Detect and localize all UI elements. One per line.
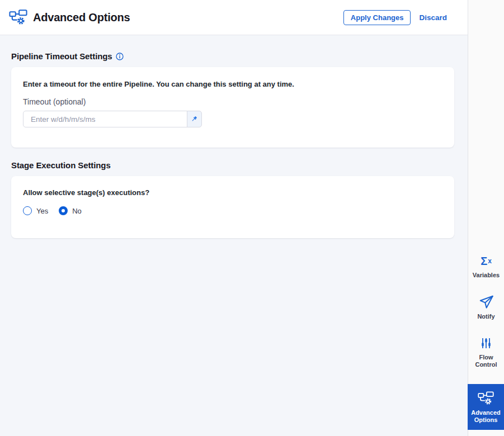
pin-button[interactable]	[187, 111, 202, 127]
toolbar-item-notify[interactable]: Notify	[468, 295, 504, 320]
stage-card: Allow selective stage(s) executions? Yes…	[11, 176, 454, 238]
toolbar-item-variables[interactable]: Σx Variables	[468, 254, 504, 279]
toolbar-item-label: Notify	[469, 313, 503, 320]
apply-changes-button[interactable]: Apply Changes	[343, 10, 411, 25]
main-panel: Advanced Options Apply Changes Discard P…	[0, 0, 468, 436]
stage-radio-row: Yes No	[23, 206, 443, 215]
page-title: Advanced Options	[33, 11, 130, 24]
pipeline-gear-icon	[9, 10, 27, 26]
toolbar-item-flow-control[interactable]: Flow Control	[468, 336, 504, 368]
timeout-section-heading: Pipeline Timeout Settings	[11, 51, 112, 61]
radio-no-circle[interactable]	[59, 206, 68, 215]
radio-no-label: No	[72, 207, 82, 215]
paper-plane-icon	[479, 295, 494, 310]
toolbar-item-advanced-options[interactable]: Advanced Options	[468, 384, 504, 430]
radio-option-yes[interactable]: Yes	[23, 206, 48, 215]
timeout-card: Enter a timeout for the entire Pipeline.…	[11, 67, 454, 148]
info-icon[interactable]	[116, 53, 124, 60]
stage-question: Allow selective stage(s) executions?	[23, 188, 443, 197]
panel-header: Advanced Options Apply Changes Discard	[0, 0, 468, 35]
toolbar-item-label: Flow Control	[469, 354, 503, 368]
discard-link[interactable]: Discard	[419, 13, 447, 22]
toolbar-item-label: Advanced Options	[469, 409, 503, 423]
timeout-label: Timeout (optional)	[23, 97, 443, 106]
timeout-input[interactable]	[23, 111, 187, 127]
pushpin-icon	[190, 115, 199, 124]
radio-yes-circle[interactable]	[23, 206, 32, 215]
timeout-input-row	[23, 111, 202, 127]
panel-content: Pipeline Timeout Settings Enter a timeou…	[0, 35, 468, 238]
advanced-options-panel: Advanced Options Apply Changes Discard P…	[0, 0, 504, 436]
radio-yes-label: Yes	[36, 207, 48, 215]
timeout-description: Enter a timeout for the entire Pipeline.…	[23, 80, 443, 88]
pipeline-gear-icon	[478, 391, 494, 406]
stage-section-heading: Stage Execution Settings	[11, 160, 454, 170]
toolbar-item-label: Variables	[469, 272, 503, 279]
radio-option-no[interactable]: No	[59, 206, 82, 215]
timeout-section-heading-row: Pipeline Timeout Settings	[11, 51, 454, 61]
sliders-icon	[479, 336, 493, 350]
right-toolbar: Σx Variables Notify Flow Contr	[468, 0, 504, 436]
sigma-x-icon: Σx	[481, 254, 492, 268]
